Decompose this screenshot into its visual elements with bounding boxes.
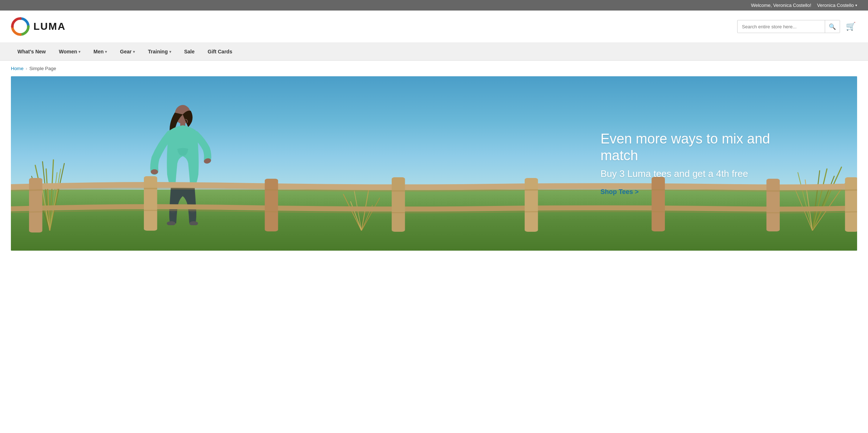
svg-rect-34 (29, 178, 43, 232)
nav-chevron-icon: ▾ (133, 50, 135, 54)
nav-label: What's New (17, 49, 46, 54)
nav-item-men[interactable]: Men▾ (87, 43, 113, 60)
site-header: LUMA 🔍 🛒 (0, 11, 868, 43)
search-area: 🔍 🛒 (737, 20, 857, 33)
search-button[interactable]: 🔍 (825, 20, 840, 33)
svg-rect-41 (845, 177, 857, 232)
nav-item-training[interactable]: Training▾ (141, 43, 177, 60)
svg-rect-37 (392, 177, 405, 232)
hero-headline: Even more ways to mix and match (601, 131, 790, 164)
main-nav: What's NewWomen▾Men▾Gear▾Training▾SaleGi… (0, 43, 868, 61)
hero-content: Even more ways to mix and match Buy 3 Lu… (601, 131, 790, 196)
hero-banner: Even more ways to mix and match Buy 3 Lu… (11, 76, 857, 251)
breadcrumb-separator: › (26, 66, 27, 71)
nav-item-gear[interactable]: Gear▾ (113, 43, 141, 60)
account-chevron-icon: ▾ (855, 3, 857, 7)
top-bar: Welcome, Veronica Costello! Veronica Cos… (0, 0, 868, 11)
nav-link-gift-cards[interactable]: Gift Cards (201, 43, 239, 60)
nav-link-training[interactable]: Training▾ (141, 43, 177, 60)
nav-link-gear[interactable]: Gear▾ (113, 43, 141, 60)
breadcrumb-home[interactable]: Home (11, 66, 24, 71)
nav-label: Gear (120, 49, 132, 54)
nav-item-gift-cards[interactable]: Gift Cards (201, 43, 239, 60)
nav-chevron-icon: ▾ (105, 50, 107, 54)
cart-icon: 🛒 (846, 22, 856, 31)
nav-link-what-s-new[interactable]: What's New (11, 43, 52, 60)
logo-icon (11, 17, 30, 36)
search-box: 🔍 (737, 20, 840, 33)
nav-chevron-icon: ▾ (78, 50, 80, 54)
account-name: Veronica Costello (817, 3, 854, 8)
hero-background: Even more ways to mix and match Buy 3 Lu… (11, 76, 857, 251)
nav-label: Men (93, 49, 104, 54)
svg-rect-35 (144, 176, 157, 231)
nav-link-men[interactable]: Men▾ (87, 43, 113, 60)
account-menu[interactable]: Veronica Costello ▾ (817, 3, 857, 8)
nav-label: Women (59, 49, 77, 54)
cart-button[interactable]: 🛒 (844, 20, 857, 33)
nav-label: Gift Cards (208, 49, 233, 54)
search-icon: 🔍 (829, 24, 836, 30)
nav-label: Sale (184, 49, 195, 54)
hero-cta-link[interactable]: Shop Tees > (601, 189, 639, 196)
nav-list: What's NewWomen▾Men▾Gear▾Training▾SaleGi… (11, 43, 857, 60)
welcome-message: Welcome, Veronica Costello! (751, 3, 811, 8)
svg-rect-36 (265, 179, 278, 231)
hero-subheadline: Buy 3 Luma tees and get a 4th free (601, 169, 790, 180)
logo-text: LUMA (33, 21, 66, 32)
nav-link-women[interactable]: Women▾ (52, 43, 87, 60)
search-input[interactable] (738, 24, 825, 29)
nav-chevron-icon: ▾ (169, 50, 171, 54)
nav-item-what-s-new[interactable]: What's New (11, 43, 52, 60)
svg-rect-38 (525, 178, 538, 232)
nav-item-women[interactable]: Women▾ (52, 43, 87, 60)
breadcrumb-current: Simple Page (29, 66, 56, 71)
nav-item-sale[interactable]: Sale (178, 43, 201, 60)
nav-link-sale[interactable]: Sale (178, 43, 201, 60)
breadcrumb: Home › Simple Page (0, 61, 868, 76)
nav-label: Training (148, 49, 167, 54)
logo-area[interactable]: LUMA (11, 17, 66, 36)
